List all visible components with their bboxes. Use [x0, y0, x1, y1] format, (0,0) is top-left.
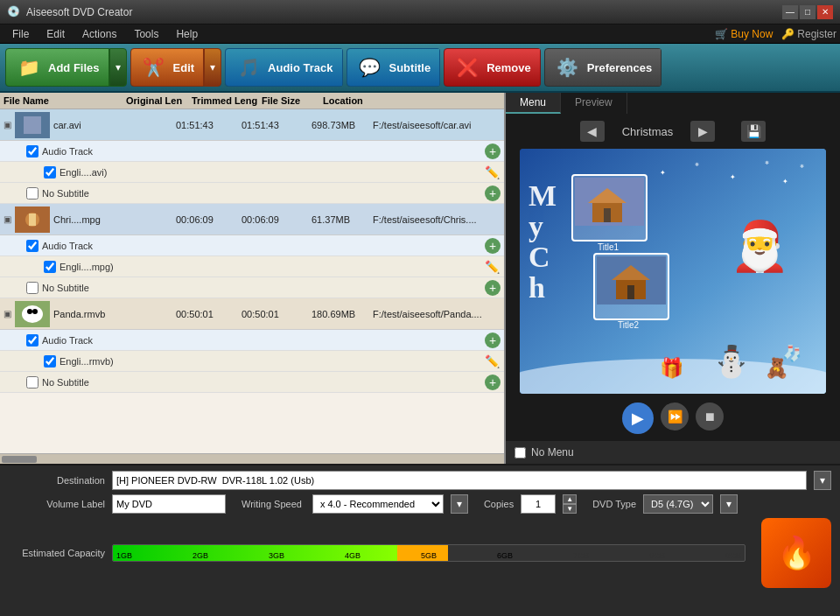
subtitle-checkbox[interactable] — [26, 187, 38, 200]
thumb-svg-2 — [15, 206, 50, 233]
next-nav-button[interactable]: ▶ — [690, 121, 715, 142]
file-row[interactable]: ▣ Chri....mpg 00:06:09 00:06:09 61.37MB … — [0, 204, 504, 235]
svg-text:🎁: 🎁 — [660, 356, 684, 380]
dvd-type-dropdown[interactable]: ▾ — [720, 494, 738, 514]
svg-text:✦: ✦ — [782, 178, 788, 186]
writing-speed-dropdown[interactable]: ▾ — [451, 494, 468, 514]
play-button[interactable]: ▶ — [622, 402, 654, 434]
stop-button[interactable]: ⏹ — [696, 402, 724, 430]
window-controls: — □ ✕ — [782, 5, 833, 19]
add-audio-button[interactable]: + — [485, 144, 500, 159]
add-files-group: 📁 Add Files ▾ — [5, 48, 127, 87]
menu-actions[interactable]: Actions — [74, 26, 125, 42]
audio-file-checkbox-2[interactable] — [44, 261, 56, 273]
burn-button[interactable]: 🔥 — [761, 518, 831, 588]
add-audio-button-3[interactable]: + — [485, 332, 500, 348]
tab-preview[interactable]: Preview — [561, 93, 627, 114]
audio-track-button[interactable]: 🎵 Audio Track — [225, 48, 342, 87]
dvd-type-select[interactable]: D5 (4.7G) — [643, 494, 713, 514]
add-files-icon: 📁 — [15, 53, 43, 81]
edit-audio-button-2[interactable]: ✏️ — [483, 260, 500, 274]
volume-input[interactable] — [112, 494, 226, 514]
preview-nav: ◀ Christmas ▶ 💾 — [513, 121, 833, 142]
preferences-button[interactable]: ⚙️ Preferences — [544, 48, 662, 87]
save-preview-button[interactable]: 💾 — [741, 121, 766, 142]
menu-edit[interactable]: Edit — [38, 26, 74, 42]
edit-audio-button[interactable]: ✏️ — [483, 165, 500, 179]
no-menu-row: No Menu — [506, 441, 840, 464]
subtitle-checkbox-2[interactable] — [26, 282, 38, 294]
row-toggle[interactable]: ▣ — [4, 120, 11, 130]
svg-text:Title2: Title2 — [618, 320, 640, 330]
svg-text:🎅: 🎅 — [730, 218, 790, 275]
add-subtitle-button-2[interactable]: + — [485, 280, 500, 296]
copies-down-button[interactable]: ▼ — [563, 504, 577, 514]
add-files-dropdown[interactable]: ▾ — [109, 48, 127, 87]
destination-dropdown[interactable]: ▾ — [814, 471, 831, 490]
audio-file-checkbox[interactable] — [44, 166, 56, 178]
fast-forward-button[interactable]: ⏩ — [661, 402, 689, 430]
file-row[interactable]: ▣ Panda.rmvb 00:50:01 00:50:01 180.69MB … — [0, 298, 504, 330]
menu-file[interactable]: File — [4, 26, 38, 42]
copies-up-button[interactable]: ▲ — [563, 494, 577, 504]
col-header-name: File Name — [4, 95, 126, 106]
file-row[interactable]: ▣ car.avi 01:51:43 01:51:43 698.73MB F:/… — [0, 109, 504, 141]
edit-dropdown[interactable]: ▾ — [204, 48, 221, 87]
register-link[interactable]: 🔑 Register — [781, 28, 836, 40]
copies-label: Copies — [484, 499, 514, 509]
svg-text:✦: ✦ — [660, 169, 666, 177]
subtitle-checkbox-3[interactable] — [26, 376, 38, 388]
preview-content: ◀ Christmas ▶ 💾 — [506, 114, 840, 441]
no-menu-label: No Menu — [531, 446, 574, 458]
close-button[interactable]: ✕ — [817, 5, 833, 19]
add-subtitle-button[interactable]: + — [485, 186, 500, 201]
audio-track-checkbox-3[interactable] — [26, 334, 38, 346]
audio-file-row-2: Engli....mpg) ✏️ — [0, 256, 504, 277]
writing-speed-select[interactable]: x 4.0 - Recommended — [312, 494, 444, 514]
subtitle-button[interactable]: 💬 Subtitle — [346, 48, 441, 87]
scroll-thumb[interactable] — [2, 456, 37, 463]
menu-help[interactable]: Help — [167, 26, 206, 42]
maximize-button[interactable]: □ — [800, 5, 816, 19]
add-subtitle-button-3[interactable]: + — [485, 374, 500, 390]
destination-input[interactable] — [112, 471, 807, 490]
subtitle-row: No Subtitle + — [0, 183, 504, 204]
horizontal-scrollbar[interactable] — [0, 453, 504, 464]
row-toggle[interactable]: ▣ — [4, 309, 11, 318]
tab-menu[interactable]: Menu — [506, 93, 561, 114]
svg-text:M: M — [528, 179, 556, 212]
row-toggle[interactable]: ▣ — [4, 214, 11, 224]
file-list-header: File Name Original Len Trimmed Leng File… — [0, 93, 504, 109]
audio-track-checkbox[interactable] — [26, 145, 38, 158]
remove-button[interactable]: ❌ Remove — [444, 48, 541, 87]
svg-text:✦: ✦ — [730, 173, 736, 181]
svg-rect-1 — [24, 116, 41, 134]
minimize-button[interactable]: — — [782, 5, 798, 19]
edit-audio-button-3[interactable]: ✏️ — [483, 354, 500, 368]
file-trim-len: 01:51:43 — [242, 120, 312, 130]
buy-now-link[interactable]: 🛒 Buy Now — [715, 28, 773, 40]
file-name: Chri....mpg — [53, 214, 176, 225]
menu-tools[interactable]: Tools — [125, 26, 167, 42]
edit-button[interactable]: ✂️ Edit — [130, 48, 205, 87]
copies-input[interactable] — [521, 494, 556, 514]
file-location: F:/test/aiseesoft/Chris.... — [373, 214, 500, 225]
svg-text:Title1: Title1 — [598, 242, 620, 252]
svg-rect-4 — [29, 214, 36, 226]
preview-nav-title: Christmas — [622, 125, 674, 138]
preferences-icon: ⚙️ — [554, 53, 582, 81]
prev-nav-button[interactable]: ◀ — [580, 121, 605, 142]
playback-controls: ▶ ⏩ ⏹ — [622, 402, 724, 434]
audio-track-checkbox-2[interactable] — [26, 240, 38, 252]
no-menu-checkbox[interactable] — [514, 447, 526, 458]
audio-file-checkbox-3[interactable] — [44, 355, 56, 368]
audio-file-label-3: Engli...rmvb) — [60, 356, 114, 367]
cart-icon: 🛒 — [715, 28, 728, 40]
add-files-button[interactable]: 📁 Add Files — [5, 48, 109, 87]
file-thumbnail — [15, 206, 50, 233]
subtitle-row-2: No Subtitle + — [0, 277, 504, 298]
capacity-bar: 1GB 2GB 3GB 4GB 5GB 6GB 7GB 8GB 9GB — [112, 544, 746, 562]
thumb-svg-3 — [15, 301, 50, 327]
svg-text:⛄: ⛄ — [712, 343, 751, 380]
add-audio-button-2[interactable]: + — [485, 238, 500, 254]
